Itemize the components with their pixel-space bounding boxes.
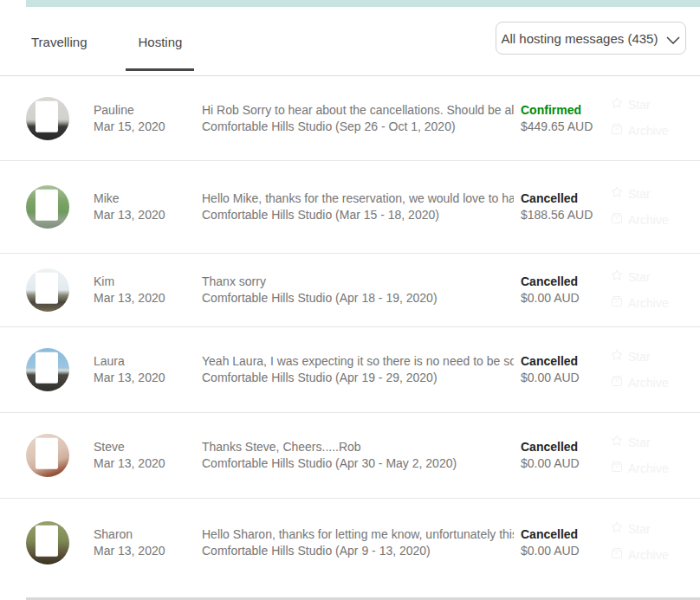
star-button[interactable]: Star: [611, 186, 689, 203]
avatar: [26, 268, 69, 312]
payout-amount: $0.00 AUD: [521, 455, 607, 472]
listing-info: Comfortable Hills Studio (Apr 18 - 19, 2…: [202, 290, 514, 306]
star-button[interactable]: Star: [611, 269, 689, 286]
listing-info: Comfortable Hills Studio (Apr 9 - 13, 20…: [202, 543, 514, 559]
star-icon: [611, 435, 623, 451]
message-preview: Yeah Laura, I was expecting it so there …: [202, 353, 514, 370]
star-button[interactable]: Star: [611, 435, 689, 451]
status-badge: Confirmed: [521, 102, 607, 119]
archive-button[interactable]: Archive: [611, 375, 689, 391]
inbox-header: Travelling Hosting All hosting messages …: [0, 7, 700, 76]
archive-icon: [611, 461, 623, 477]
avatar-privacy-mask: [36, 190, 58, 221]
status-badge: Cancelled: [521, 526, 607, 543]
guest-name: Mike: [94, 190, 202, 207]
listing-info: Comfortable Hills Studio (Mar 15 - 18, 2…: [202, 207, 514, 223]
avatar-privacy-mask: [36, 438, 58, 469]
star-button[interactable]: Star: [611, 97, 689, 113]
inbox-tabs: Travelling Hosting: [31, 28, 194, 71]
archive-icon: [611, 295, 623, 312]
payout-amount: $449.65 AUD: [521, 119, 607, 135]
status-badge: Cancelled: [521, 274, 607, 290]
star-icon: [611, 269, 623, 286]
archive-button[interactable]: Archive: [611, 123, 689, 139]
archive-button[interactable]: Archive: [611, 547, 689, 564]
tab-hosting[interactable]: Hosting: [126, 28, 194, 71]
message-row[interactable]: Sharon Mar 13, 2020 Hello Sharon, thanks…: [0, 499, 700, 586]
message-date: Mar 13, 2020: [94, 207, 202, 223]
archive-icon: [611, 375, 623, 391]
payout-amount: $0.00 AUD: [521, 543, 607, 559]
message-preview: Thanks Steve, Cheers.....Rob: [202, 439, 514, 455]
guest-name: Pauline: [94, 102, 202, 119]
message-row[interactable]: Kim Mar 13, 2020 Thanx sorry Comfortable…: [0, 254, 700, 327]
archive-icon: [611, 212, 623, 229]
guest-name: Steve: [94, 439, 202, 455]
chevron-down-icon: [666, 32, 680, 47]
avatar-privacy-mask: [36, 352, 58, 384]
guest-name: Laura: [94, 353, 202, 370]
archive-icon: [611, 547, 623, 564]
avatar-privacy-mask: [36, 525, 58, 556]
tab-travelling[interactable]: Travelling: [31, 28, 99, 71]
message-date: Mar 13, 2020: [94, 543, 202, 559]
status-badge: Cancelled: [521, 190, 607, 207]
listing-info: Comfortable Hills Studio (Apr 30 - May 2…: [202, 455, 514, 472]
message-row[interactable]: Steve Mar 13, 2020 Thanks Steve, Cheers.…: [0, 413, 700, 499]
message-date: Mar 13, 2020: [94, 455, 202, 472]
star-button[interactable]: Star: [611, 521, 689, 538]
guest-name: Kim: [94, 274, 202, 290]
avatar: [26, 348, 69, 391]
archive-button[interactable]: Archive: [611, 212, 689, 229]
archive-icon: [611, 123, 623, 139]
star-icon: [611, 186, 623, 203]
top-accent-bar: [26, 0, 700, 7]
avatar: [26, 185, 69, 229]
message-date: Mar 13, 2020: [94, 370, 202, 386]
avatar: [26, 434, 69, 477]
message-list: Pauline Mar 15, 2020 Hi Rob Sorry to hea…: [0, 76, 700, 586]
message-date: Mar 13, 2020: [94, 290, 202, 306]
star-icon: [611, 349, 623, 365]
avatar-privacy-mask: [36, 273, 58, 304]
star-icon: [611, 521, 623, 538]
message-row[interactable]: Pauline Mar 15, 2020 Hi Rob Sorry to hea…: [0, 76, 700, 161]
avatar: [26, 521, 69, 565]
star-button[interactable]: Star: [611, 349, 689, 365]
payout-amount: $0.00 AUD: [521, 370, 607, 386]
star-icon: [611, 97, 623, 113]
listing-info: Comfortable Hills Studio (Sep 26 - Oct 1…: [202, 119, 514, 135]
avatar-privacy-mask: [36, 100, 58, 132]
payout-amount: $0.00 AUD: [521, 290, 607, 306]
status-badge: Cancelled: [521, 353, 607, 370]
payout-amount: $188.56 AUD: [521, 207, 607, 223]
archive-button[interactable]: Archive: [611, 295, 689, 312]
avatar: [26, 97, 69, 140]
message-preview: Thanx sorry: [202, 274, 514, 290]
status-badge: Cancelled: [521, 439, 607, 455]
message-date: Mar 15, 2020: [94, 119, 202, 135]
guest-name: Sharon: [94, 526, 202, 543]
message-preview: Hello Sharon, thanks for letting me know…: [202, 526, 514, 543]
message-preview: Hello Mike, thanks for the reservation, …: [202, 190, 514, 207]
message-preview: Hi Rob Sorry to hear about the cancellat…: [202, 102, 514, 119]
message-row[interactable]: Mike Mar 13, 2020 Hello Mike, thanks for…: [0, 161, 700, 254]
listing-info: Comfortable Hills Studio (Apr 19 - 29, 2…: [202, 370, 514, 386]
message-filter-value: All hosting messages (435): [502, 31, 658, 46]
message-row[interactable]: Laura Mar 13, 2020 Yeah Laura, I was exp…: [0, 327, 700, 413]
archive-button[interactable]: Archive: [611, 461, 689, 477]
message-filter-dropdown[interactable]: All hosting messages (435): [496, 22, 686, 55]
